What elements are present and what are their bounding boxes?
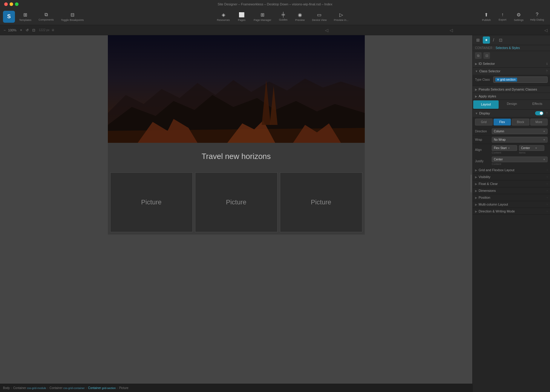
zoom-fit-button[interactable]: ⊡: [31, 27, 36, 33]
logo-button[interactable]: S: [3, 11, 15, 23]
toolbar-settings[interactable]: ⚙ Settings: [511, 11, 527, 23]
direction-writing-row[interactable]: ▶ Direction & Writing Mode ›: [473, 208, 550, 215]
visibility-chevron: ▶: [475, 175, 477, 179]
justify-sub-label: Content: [492, 163, 548, 166]
breadcrumb-container-2[interactable]: Container css-grid-container: [50, 386, 85, 390]
components-label: Components: [39, 18, 54, 21]
toolbar-preview[interactable]: ◉ Preview: [292, 11, 308, 23]
toolbar-guides[interactable]: ╪ Guides: [275, 11, 291, 22]
panel-tab-slash[interactable]: /: [491, 36, 496, 44]
paste-icon-btn[interactable]: ⊡: [483, 52, 490, 59]
ruler-toggle-right[interactable]: ◁: [544, 28, 548, 33]
page-manager-icon: ⊞: [261, 12, 264, 18]
align-content-select[interactable]: Flex Start ▼: [492, 145, 517, 151]
display-buttons: Grid Flex Block More: [473, 117, 550, 127]
device-view-icon: ▭: [317, 12, 321, 18]
subtab-container[interactable]: CONTAINER: [475, 46, 492, 50]
breadcrumb-container-3[interactable]: Container grid-section: [88, 386, 116, 390]
dimensions-arrow: ›: [547, 189, 548, 192]
visibility-row[interactable]: ▶ Visibility ›: [473, 174, 550, 180]
toolbar-pages[interactable]: ⬜ Pages: [234, 11, 249, 23]
direction-row: Direction Column ▼: [473, 127, 550, 136]
apply-styles-chevron: ▶: [475, 95, 477, 98]
tab-effects[interactable]: Effects: [525, 100, 550, 109]
breadcrumb-container-1[interactable]: Container css-grid-module: [13, 386, 46, 390]
type-class-row: Type Class ✕ grid-section: [475, 76, 548, 83]
class-selector-section: ▼ Class Selector ? Type Class ✕ grid-sec…: [473, 68, 550, 86]
wrap-select[interactable]: No Wrap ▼: [492, 137, 548, 143]
picture-box-1[interactable]: Picture: [110, 172, 193, 232]
layout-tabs: Layout Design Effects: [473, 100, 550, 110]
direction-select[interactable]: Column ▼: [492, 128, 548, 134]
class-tag-close[interactable]: ✕: [497, 78, 499, 81]
tab-design[interactable]: Design: [499, 100, 525, 109]
canvas-content[interactable]: Travel new horizons Picture Picture Pict…: [0, 35, 472, 384]
id-selector-header[interactable]: ▶ ID Selector ℹ: [473, 60, 550, 67]
align-content-label: Content: [492, 151, 517, 154]
multicolumn-row[interactable]: ▶ Multi-column Layout ›: [473, 201, 550, 208]
picture-label-3: Picture: [311, 198, 331, 206]
align-pair: Flex Start ▼ Content Center ▼ Items: [492, 145, 548, 154]
close-button[interactable]: [4, 2, 8, 6]
class-tag[interactable]: ✕ grid-section: [495, 78, 517, 82]
ruler-size: 1222 px: [39, 28, 50, 32]
traffic-lights[interactable]: [4, 2, 19, 6]
apply-styles-title: Apply styles: [479, 94, 548, 98]
breadcrumb-picture[interactable]: Picture: [119, 386, 128, 390]
help-label: Help Dialog: [530, 18, 544, 21]
justify-select[interactable]: Center ▼: [492, 157, 548, 162]
picture-box-3[interactable]: Picture: [280, 172, 362, 232]
id-selector-section: ▶ ID Selector ℹ: [473, 60, 550, 68]
picture-box-2[interactable]: Picture: [195, 172, 278, 232]
ruler-toggle-left[interactable]: ◁: [325, 28, 328, 33]
position-row[interactable]: ▶ Position ›: [473, 194, 550, 201]
toolbar-resources[interactable]: ◈ Resources: [214, 11, 233, 23]
display-toggle[interactable]: [535, 111, 543, 115]
templates-label: Templates: [19, 19, 31, 22]
id-selector-chevron: ▶: [475, 62, 477, 65]
float-clear-row[interactable]: ▶ Float & Clear ›: [473, 180, 550, 187]
zoom-reset-button[interactable]: ↺: [24, 27, 30, 33]
grid-flexbox-layout-row[interactable]: ▶ Grid and Flexbox Layout ›: [473, 167, 550, 174]
panel-tab-code[interactable]: ✦: [483, 36, 490, 44]
toolbar-toggle-breakpoints[interactable]: ⊟ Toggle Breakpoints: [58, 11, 87, 23]
subtab-selectors-styles[interactable]: Selectors & Styles: [496, 46, 520, 50]
toolbar-export[interactable]: ↑ Export: [495, 11, 510, 22]
ruler-toggle-center[interactable]: ◁: [450, 28, 453, 33]
zoom-in-button[interactable]: +: [19, 27, 23, 33]
panel-tab-search[interactable]: ⊡: [497, 36, 504, 44]
zoom-out-button[interactable]: −: [2, 27, 7, 33]
toolbar-help[interactable]: ? Help Dialog: [527, 11, 547, 22]
toolbar-page-manager[interactable]: ⊞ Page Manager: [251, 11, 274, 23]
toolbar-templates[interactable]: ⊞ Templates: [16, 11, 34, 23]
align-items-value: Center: [521, 146, 530, 150]
toolbar-device-view[interactable]: ▭ Device View: [309, 11, 330, 23]
display-block-btn[interactable]: Block: [512, 119, 529, 125]
display-grid-btn[interactable]: Grid: [475, 119, 493, 125]
position-chevron: ▶: [475, 196, 477, 199]
float-title: Float & Clear: [479, 182, 546, 186]
dimensions-row[interactable]: ▶ Dimensions ›: [473, 187, 550, 194]
pseudo-selectors-row[interactable]: ▶ Pseudo Selectors and Dynamic Classes: [473, 86, 550, 93]
align-items-group: Center ▼ Items: [519, 145, 544, 154]
maximize-button[interactable]: [15, 2, 19, 6]
class-tag-input[interactable]: ✕ grid-section: [493, 76, 548, 83]
vertical-scrollbar[interactable]: [471, 174, 472, 192]
toolbar-preview-in[interactable]: ▷ Preview in...: [331, 11, 351, 23]
picture-label-2: Picture: [226, 198, 246, 206]
help-icon: ?: [536, 12, 538, 17]
apply-styles-row[interactable]: ▶ Apply styles: [473, 93, 550, 100]
multicolumn-chevron: ▶: [475, 203, 477, 206]
align-items-select[interactable]: Center ▼: [519, 145, 544, 151]
toolbar-publish[interactable]: ⬆ Publish: [479, 11, 494, 23]
copy-icon-btn[interactable]: ⧉: [475, 52, 482, 59]
minimize-button[interactable]: [10, 2, 13, 6]
toolbar-components[interactable]: ⧉ Components: [36, 11, 57, 22]
breadcrumb-body[interactable]: Body: [3, 386, 10, 390]
display-more-btn[interactable]: More: [530, 119, 548, 125]
display-flex-btn[interactable]: Flex: [494, 119, 511, 125]
panel-tab-grid[interactable]: ⊞: [474, 36, 482, 44]
class-selector-header[interactable]: ▼ Class Selector ?: [473, 68, 550, 75]
device-icon: 🖥: [51, 28, 54, 32]
tab-layout[interactable]: Layout: [473, 100, 499, 109]
